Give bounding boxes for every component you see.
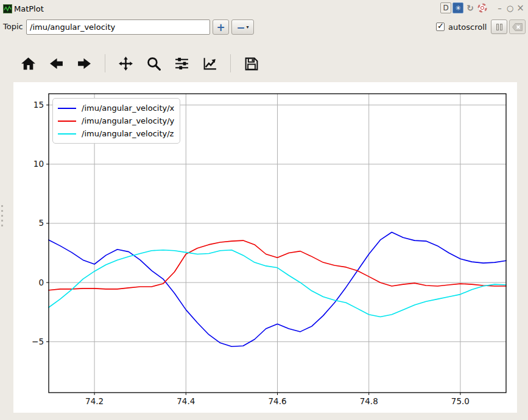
autoscroll-checkbox[interactable]: ✓ [436, 23, 445, 31]
xtick-label: 75.0 [451, 396, 470, 406]
ytick-label: 5 [38, 218, 44, 228]
xtick-label: 74.2 [85, 396, 104, 406]
autoscroll-label: autoscroll [448, 23, 487, 32]
legend-line-sample [58, 121, 76, 122]
minimize-button[interactable]: – [495, 4, 504, 13]
remove-topic-button[interactable]: − ▾ [231, 19, 254, 35]
clear-button[interactable] [509, 19, 526, 34]
window-titlebar: MatPlot D ✳ ↻ – ○ × [0, 0, 528, 17]
xtick-label: 74.6 [268, 396, 286, 406]
ytick-label: −5 [32, 337, 44, 346]
pause-icon [496, 24, 499, 30]
toolbar-separator [230, 54, 231, 72]
forward-button[interactable] [77, 56, 92, 71]
legend-label: /imu/angular_velocity/x [82, 103, 174, 113]
ytick-label: 15 [33, 100, 44, 110]
checkmark-icon: ✓ [437, 21, 444, 30]
configure-subplots-button[interactable] [174, 56, 189, 71]
toolbar-separator [105, 54, 105, 72]
add-topic-button[interactable]: + [213, 19, 229, 35]
close-button[interactable]: × [516, 2, 525, 13]
legend-line-sample [58, 133, 76, 135]
minus-icon: − [236, 21, 245, 33]
legend-entry-2: /imu/angular_velocity/z [58, 127, 174, 140]
legend-entry-0: /imu/angular_velocity/x [58, 102, 174, 114]
save-button[interactable] [244, 56, 259, 71]
legend-label: /imu/angular_velocity/z [82, 129, 174, 138]
edit-axis-button[interactable] [202, 56, 217, 71]
help-lifebuoy-icon[interactable] [477, 2, 488, 13]
window-title: MatPlot [14, 4, 44, 13]
pan-button[interactable] [118, 56, 133, 71]
legend-line-sample [58, 108, 76, 109]
dock-drag-handle[interactable] [1, 205, 4, 229]
topic-label: Topic [3, 22, 23, 31]
legend-label: /imu/angular_velocity/y [82, 116, 174, 125]
pause-button[interactable] [491, 19, 507, 34]
settings-gear-icon[interactable]: ✳ [452, 2, 463, 13]
plus-icon: + [216, 21, 225, 33]
dock-button[interactable]: D [440, 2, 451, 13]
plot-legend: /imu/angular_velocity/x/imu/angular_velo… [52, 98, 180, 144]
plot-toolbar [21, 52, 259, 74]
zoom-button[interactable] [146, 56, 161, 71]
maximize-button[interactable]: ○ [505, 4, 515, 13]
plot-canvas[interactable]: 74.274.474.674.875.0−5051015 /imu/angula… [13, 82, 517, 413]
reload-icon[interactable]: ↻ [465, 2, 476, 13]
clear-backspace-icon [512, 23, 523, 31]
legend-entry-1: /imu/angular_velocity/y [58, 114, 174, 127]
ytick-label: 0 [38, 278, 44, 287]
ytick-label: 10 [33, 159, 44, 169]
back-button[interactable] [49, 56, 64, 71]
topic-input[interactable] [26, 19, 210, 35]
topic-bar: Topic + − ▾ ✓ autoscroll [0, 18, 528, 35]
xtick-label: 74.4 [177, 396, 195, 406]
matplot-app-icon [3, 4, 12, 13]
xtick-label: 74.8 [360, 396, 378, 406]
home-button[interactable] [21, 56, 36, 71]
chevron-down-icon: ▾ [247, 24, 249, 30]
